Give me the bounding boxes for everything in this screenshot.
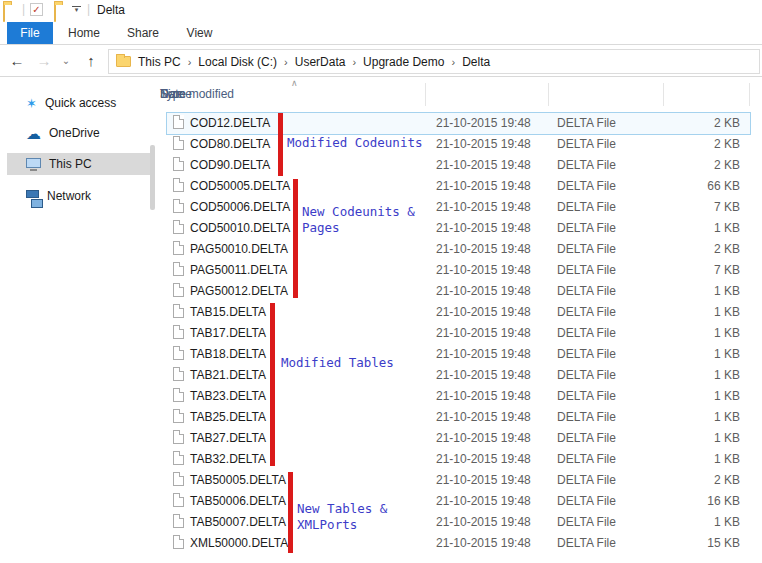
tab-view[interactable]: View [171, 22, 228, 44]
file-type: DELTA File [557, 494, 616, 508]
file-name: TAB17.DELTA [190, 326, 266, 340]
file-row[interactable]: TAB32.DELTA21-10-2015 19:48DELTA File1 K… [160, 448, 762, 469]
file-row[interactable]: TAB21.DELTA21-10-2015 19:48DELTA File1 K… [160, 364, 762, 385]
sidebar-scrollbar[interactable] [150, 145, 155, 210]
file-date-modified: 21-10-2015 19:48 [436, 368, 531, 382]
sidebar-item-network[interactable]: Network [0, 185, 150, 207]
file-type: DELTA File [557, 347, 616, 361]
file-icon [173, 220, 184, 234]
file-icon [173, 514, 184, 528]
up-icon[interactable]: ↑ [80, 46, 102, 76]
file-size: 7 KB [640, 200, 740, 214]
breadcrumb-item[interactable]: UserData [288, 55, 353, 69]
file-type: DELTA File [557, 284, 616, 298]
file-date-modified: 21-10-2015 19:48 [436, 137, 531, 151]
file-row[interactable]: PAG50012.DELTA21-10-2015 19:48DELTA File… [160, 280, 762, 301]
annotation-bar [278, 113, 283, 176]
file-row[interactable]: COD12.DELTA21-10-2015 19:48DELTA File2 K… [160, 112, 762, 133]
file-date-modified: 21-10-2015 19:48 [436, 473, 531, 487]
file-row[interactable]: TAB23.DELTA21-10-2015 19:48DELTA File1 K… [160, 385, 762, 406]
file-icon [173, 430, 184, 444]
properties-check-icon[interactable]: ✓ [30, 3, 43, 16]
forward-icon[interactable]: → [33, 46, 55, 76]
file-pane: ∧ NameDate modifiedTypeSize COD12.DELTA2… [160, 77, 762, 563]
ribbon-tabs: FileHomeShareView [0, 22, 762, 45]
file-icon [173, 178, 184, 192]
back-icon[interactable]: ← [6, 46, 28, 76]
column-header-size[interactable]: Size [160, 87, 183, 101]
file-row[interactable]: TAB50007.DELTA21-10-2015 19:48DELTA File… [160, 511, 762, 532]
annotation-bar [293, 179, 298, 298]
breadcrumb-item[interactable]: Delta [455, 55, 497, 69]
file-row[interactable]: TAB25.DELTA21-10-2015 19:48DELTA File1 K… [160, 406, 762, 427]
file-row[interactable]: COD80.DELTA21-10-2015 19:48DELTA File2 K… [160, 133, 762, 154]
file-name: TAB27.DELTA [190, 431, 266, 445]
annotation-label: Modified Tables [281, 355, 394, 371]
file-row[interactable]: COD50005.DELTA21-10-2015 19:48DELTA File… [160, 175, 762, 196]
computer-icon [26, 158, 41, 168]
file-type: DELTA File [557, 515, 616, 529]
file-row[interactable]: TAB18.DELTA21-10-2015 19:48DELTA File1 K… [160, 343, 762, 364]
file-row[interactable]: COD90.DELTA21-10-2015 19:48DELTA File2 K… [160, 154, 762, 175]
file-size: 2 KB [640, 158, 740, 172]
file-row[interactable]: XML50000.DELTA21-10-2015 19:48DELTA File… [160, 532, 762, 553]
sidebar-item-quick-access[interactable]: ✶Quick access [0, 92, 150, 114]
file-name: TAB50007.DELTA [190, 515, 286, 529]
file-size: 1 KB [640, 326, 740, 340]
file-icon [173, 115, 184, 129]
file-size: 2 KB [640, 242, 740, 256]
breadcrumb-item[interactable]: This PC [131, 55, 188, 69]
file-row[interactable]: TAB50006.DELTA21-10-2015 19:48DELTA File… [160, 490, 762, 511]
file-date-modified: 21-10-2015 19:48 [436, 284, 531, 298]
file-date-modified: 21-10-2015 19:48 [436, 200, 531, 214]
file-type: DELTA File [557, 536, 616, 550]
file-size: 7 KB [640, 263, 740, 277]
file-icon [173, 241, 184, 255]
tab-home[interactable]: Home [53, 22, 115, 44]
file-name: PAG50012.DELTA [190, 284, 288, 298]
file-date-modified: 21-10-2015 19:48 [436, 263, 531, 277]
file-name: PAG50010.DELTA [190, 242, 288, 256]
address-bar[interactable]: This PC›Local Disk (C:)›UserData›Upgrade… [108, 49, 760, 74]
file-icon [173, 199, 184, 213]
star-icon: ✶ [26, 97, 37, 110]
file-row[interactable]: TAB50005.DELTA21-10-2015 19:48DELTA File… [160, 469, 762, 490]
file-type: DELTA File [557, 200, 616, 214]
file-type: DELTA File [557, 326, 616, 340]
column-separator [663, 83, 664, 106]
breadcrumb-item[interactable]: Local Disk (C:) [191, 55, 284, 69]
file-row[interactable]: TAB17.DELTA21-10-2015 19:48DELTA File1 K… [160, 322, 762, 343]
annotation-label: New Tables &XMLPorts [297, 501, 387, 533]
breadcrumb-item[interactable]: Upgrade Demo [356, 55, 451, 69]
file-size: 1 KB [640, 389, 740, 403]
file-row[interactable]: COD50006.DELTA21-10-2015 19:48DELTA File… [160, 196, 762, 217]
file-type: DELTA File [557, 410, 616, 424]
quick-access-folder-icon[interactable] [54, 3, 56, 22]
file-name: TAB25.DELTA [190, 410, 266, 424]
sidebar-item-onedrive[interactable]: ☁OneDrive [0, 122, 150, 144]
tab-file[interactable]: File [7, 22, 53, 44]
file-row[interactable]: TAB27.DELTA21-10-2015 19:48DELTA File1 K… [160, 427, 762, 448]
file-type: DELTA File [557, 431, 616, 445]
file-type: DELTA File [557, 473, 616, 487]
file-row[interactable]: PAG50011.DELTA21-10-2015 19:48DELTA File… [160, 259, 762, 280]
recent-locations-chevron-icon[interactable]: ⌄ [58, 46, 74, 76]
file-date-modified: 21-10-2015 19:48 [436, 305, 531, 319]
file-row[interactable]: PAG50010.DELTA21-10-2015 19:48DELTA File… [160, 238, 762, 259]
address-folder-icon [116, 56, 131, 67]
file-type: DELTA File [557, 179, 616, 193]
annotation-label: New Codeunits &Pages [302, 204, 415, 236]
file-icon [173, 367, 184, 381]
sidebar-item-this-pc[interactable]: This PC [7, 153, 150, 175]
tab-share[interactable]: Share [115, 22, 171, 44]
file-date-modified: 21-10-2015 19:48 [436, 389, 531, 403]
file-icon [173, 262, 184, 276]
file-type: DELTA File [557, 452, 616, 466]
file-icon [173, 157, 184, 171]
customize-toolbar-dropdown-icon[interactable]: ▾ [72, 6, 81, 13]
file-row[interactable]: TAB15.DELTA21-10-2015 19:48DELTA File1 K… [160, 301, 762, 322]
file-row[interactable]: COD50010.DELTA21-10-2015 19:48DELTA File… [160, 217, 762, 238]
file-type: DELTA File [557, 305, 616, 319]
file-date-modified: 21-10-2015 19:48 [436, 515, 531, 529]
file-date-modified: 21-10-2015 19:48 [436, 326, 531, 340]
